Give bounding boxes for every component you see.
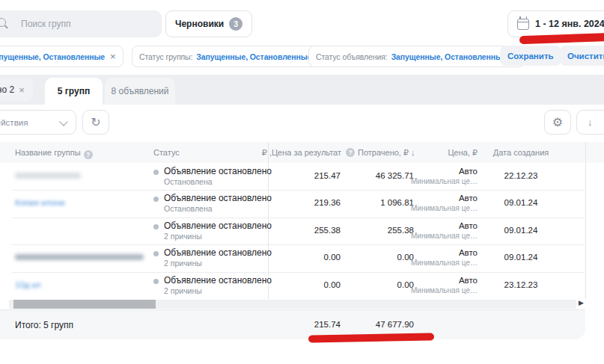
actions-dropdown[interactable]: Действия — [0, 110, 76, 135]
table-header: Название группы? Статус Цена за результа… — [0, 142, 604, 163]
status-sub-text: 2 причины — [164, 232, 202, 241]
totals-cost-per-result: 215.74 — [269, 320, 341, 329]
status-text: Объявление остановлено — [164, 247, 272, 258]
calendar-icon — [517, 19, 529, 30]
status-text: Объявление остановлено — [164, 193, 272, 203]
tab-ads[interactable]: 8 объявлений — [105, 78, 175, 105]
status-sub-text: 2 причины — [164, 259, 202, 268]
price-value: Авто — [408, 248, 478, 257]
created-date: 09.01.24 — [486, 198, 555, 207]
scroll-right-icon[interactable]: ▶ — [579, 299, 584, 306]
filter-chip-ad-status[interactable]: Статус объявления: Запущенные, Остановле… — [308, 46, 525, 67]
sort-desc-icon: ↓ — [411, 148, 415, 157]
gear-icon: ⚙ — [552, 115, 563, 129]
price-strategy: Минимальная це… — [400, 232, 478, 240]
col-header-spent[interactable]: Потрачено, ₽ ↓ — [358, 148, 415, 158]
status-sub-text: Остановлена — [164, 177, 213, 186]
drafts-button[interactable]: Черновики 3 — [165, 10, 252, 37]
red-marker-totals-underline — [308, 333, 434, 343]
filter-chip-label: Статус объявления: — [316, 52, 388, 61]
status-text: Объявление остановлено — [164, 166, 272, 176]
totals-row: Итого: 5 групп 215.74 47 677.90 — [0, 309, 585, 339]
price-value: Авто — [408, 167, 478, 176]
table-row[interactable]: Объявление остановлено 2 причины 255.38 … — [0, 218, 604, 244]
help-icon: ? — [346, 148, 355, 157]
filter-chip-value: Запущенные, Остановленные — [391, 52, 507, 61]
totals-label: Итого: 5 групп — [15, 320, 73, 330]
refresh-icon: ↻ — [91, 115, 100, 129]
status-dot-icon — [153, 251, 159, 256]
redacted-group-name[interactable] — [15, 254, 144, 260]
price-strategy: Минимальная це… — [400, 204, 478, 212]
price-strategy: Минимальная це… — [400, 286, 478, 294]
status-dot-icon — [153, 279, 159, 284]
filter-chip-value: Запущенные, Остановленные — [0, 52, 105, 61]
filter-chip-campaign-status[interactable]: Запущенные, Остановленные × — [0, 46, 123, 67]
col-header-name[interactable]: Название группы? — [15, 148, 93, 159]
selection-chip-label: Выбрано 2 — [0, 84, 14, 95]
table-row[interactable]: 10д кл Объявление остановлено 2 причины … — [0, 272, 604, 299]
settings-button[interactable]: ⚙ — [544, 110, 571, 135]
price-value: Авто — [408, 276, 478, 285]
close-icon[interactable]: × — [110, 52, 116, 61]
table-row[interactable]: Копия клони Объявление остановлено Остан… — [0, 190, 604, 217]
save-filters-button[interactable]: Сохранить — [500, 46, 561, 66]
table-row[interactable]: Объявление остановлено 2 причины 0.00 0.… — [0, 244, 604, 271]
price-strategy: Минимальная це… — [400, 259, 478, 267]
status-text: Объявление остановлено — [164, 275, 272, 286]
selection-chip[interactable]: Выбрано 2 × — [0, 78, 33, 101]
cost-per-result-value: 255.38 — [269, 226, 341, 235]
refresh-button[interactable]: ↻ — [82, 110, 109, 135]
cost-per-result-value: 0.00 — [269, 280, 341, 289]
cost-per-result-value: 215.47 — [269, 171, 341, 180]
status-sub-text: Остановлена — [164, 204, 213, 213]
price-strategy: Минимальная це… — [400, 177, 478, 185]
download-icon: ↓ — [588, 117, 593, 128]
help-icon: ? — [84, 150, 93, 159]
col-header-price[interactable]: Цена, ₽ — [415, 148, 478, 158]
status-dot-icon — [153, 224, 159, 229]
actions-label: Действия — [0, 118, 28, 127]
redacted-group-name[interactable] — [15, 173, 81, 179]
status-dot-icon — [153, 170, 159, 175]
status-dot-icon — [153, 197, 159, 202]
filter-chip-group-status[interactable]: Статус группы: Запущенные, Остановленные… — [132, 46, 330, 67]
created-date: 22.12.23 — [486, 171, 555, 180]
horizontal-scrollbar-thumb[interactable] — [13, 300, 156, 309]
search-icon — [0, 18, 6, 27]
group-name-link[interactable]: 10д кл — [15, 280, 41, 289]
filter-chip-value: Запущенные, Остановленные — [196, 52, 311, 61]
created-date: 09.01.24 — [486, 226, 555, 235]
ads-manager-screen: Черновики 3 1 - 12 янв. 2024 Запущенные,… — [0, 0, 604, 364]
status-text: Объявление остановлено — [164, 220, 272, 231]
created-date: 09.01.24 — [486, 253, 555, 262]
close-icon[interactable]: × — [19, 84, 25, 96]
filter-chip-label: Статус группы: — [139, 52, 192, 61]
tab-groups[interactable]: 5 групп — [45, 78, 103, 105]
table-row[interactable]: Объявление остановлено Остановлена 215.4… — [0, 163, 604, 190]
col-header-created[interactable]: Дата создания — [486, 148, 555, 157]
col-header-status[interactable]: Статус — [153, 148, 180, 157]
chevron-down-icon — [59, 117, 67, 126]
group-name-link[interactable]: Копия клони — [15, 198, 64, 207]
search-input[interactable] — [0, 10, 162, 37]
export-button[interactable]: ↓ — [576, 110, 604, 135]
date-range-value: 1 - 12 янв. 2024 — [535, 19, 604, 29]
drafts-count-badge: 3 — [229, 17, 242, 31]
price-value: Авто — [408, 221, 478, 230]
status-sub-text: 2 причины — [164, 286, 202, 295]
cost-per-result-value: 219.36 — [269, 198, 341, 207]
drafts-label: Черновики — [175, 19, 224, 29]
totals-spent: 47 677.90 — [344, 320, 414, 329]
cost-per-result-value: 0.00 — [269, 253, 341, 262]
price-value: Авто — [408, 194, 478, 203]
created-date: 23.12.23 — [486, 280, 555, 289]
clear-filters-button[interactable]: Очистить — [560, 46, 604, 66]
